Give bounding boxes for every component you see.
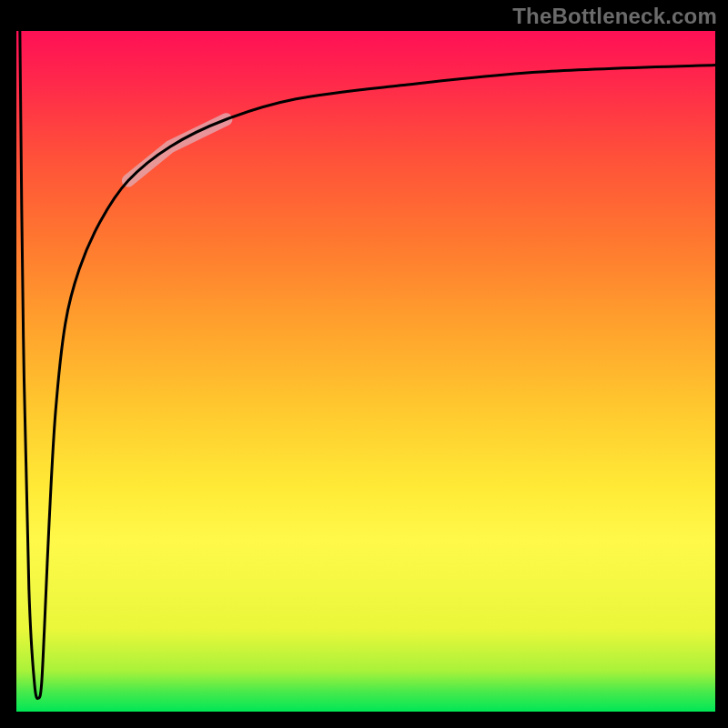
bottleneck-curve: [20, 31, 715, 699]
chart-frame: TheBottleneck.com: [0, 0, 728, 728]
curve-svg: [16, 31, 715, 712]
attribution-text: TheBottleneck.com: [512, 4, 717, 29]
curve-highlight: [128, 119, 227, 180]
plot-area: [16, 31, 715, 712]
